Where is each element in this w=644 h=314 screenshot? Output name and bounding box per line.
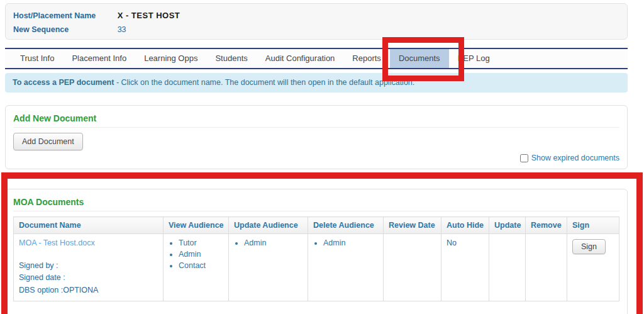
moa-documents-panel: MOA Documents Document Name View Audienc… [5, 189, 628, 314]
moa-section-title: MOA Documents [13, 197, 84, 207]
moa-section-heading: MOA Documents [13, 197, 619, 211]
new-sequence-label: New Sequence [13, 23, 115, 36]
cell-remove [526, 234, 567, 301]
tab-pep-log[interactable]: PEP Log [449, 49, 499, 68]
tab-placement-info[interactable]: Placement Info [63, 49, 135, 68]
add-section-title: Add New Document [13, 113, 96, 123]
signed-date-text: Signed date : [19, 272, 158, 284]
cell-review-date [384, 234, 441, 301]
col-header-auto-hide: Auto Hide [441, 217, 489, 234]
add-document-button[interactable]: Add Document [13, 133, 83, 150]
col-header-view-audience: View Audience [164, 217, 229, 234]
col-header-sign: Sign [567, 217, 619, 234]
update-audience-list: Admin [234, 238, 303, 247]
host-name-value: X - TEST HOST [118, 11, 180, 20]
list-item: Admin [323, 238, 378, 247]
tab-trust-info[interactable]: Trust Info [11, 49, 63, 68]
delete-audience-list: Admin [313, 238, 378, 247]
cell-delete-audience: Admin [308, 234, 384, 301]
show-expired-checkbox-row[interactable]: Show expired documents [520, 154, 619, 162]
host-summary-panel: Host/Placement Name X - TEST HOST New Se… [5, 3, 628, 40]
tab-audit-configuration[interactable]: Audit Configuration [257, 49, 344, 68]
show-expired-checkbox[interactable] [520, 154, 528, 162]
info-banner: To access a PEP document - Click on the … [5, 73, 628, 93]
tab-documents[interactable]: Documents [390, 49, 449, 68]
view-audience-list: Tutor Admin Contact [169, 238, 223, 270]
list-item: Admin [244, 238, 303, 247]
table-row: MOA - Test Host.docx Signed by : Signed … [14, 234, 619, 301]
new-sequence-row: New Sequence 33 [13, 23, 619, 36]
host-name-label: Host/Placement Name [13, 9, 115, 23]
info-banner-lead: To access a PEP document [13, 78, 114, 87]
cell-sign: Sign [567, 234, 619, 301]
page-root: Host/Placement Name X - TEST HOST New Se… [0, 0, 644, 314]
tab-students[interactable]: Students [206, 49, 256, 68]
dbs-option-text: DBS option :OPTIONA [19, 284, 158, 296]
show-expired-checkbox-label: Show expired documents [531, 154, 619, 162]
tab-bar: Trust Info Placement Info Learning Opps … [5, 48, 628, 69]
col-header-document-name: Document Name [14, 217, 164, 234]
tab-documents-label: Documents [399, 53, 440, 63]
list-item: Contact [179, 261, 223, 270]
add-new-document-panel: Add New Document Add Document Show expir… [5, 105, 628, 169]
add-section-heading: Add New Document [13, 113, 619, 128]
cell-auto-hide: No [441, 234, 489, 301]
sign-button[interactable]: Sign [572, 239, 606, 254]
tab-reports[interactable]: Reports [343, 49, 390, 68]
moa-documents-table: Document Name View Audience Update Audie… [13, 216, 619, 301]
list-item: Admin [179, 250, 223, 259]
cell-document-name: MOA - Test Host.docx Signed by : Signed … [14, 234, 164, 301]
host-name-row: Host/Placement Name X - TEST HOST [13, 9, 619, 23]
document-name-link[interactable]: MOA - Test Host.docx [19, 238, 95, 247]
table-header-row: Document Name View Audience Update Audie… [14, 217, 619, 234]
signed-by-text: Signed by : [19, 260, 158, 272]
list-item: Tutor [179, 238, 223, 247]
col-header-update-audience: Update Audience [229, 217, 308, 234]
col-header-delete-audience: Delete Audience [308, 217, 384, 234]
col-header-remove: Remove [526, 217, 567, 234]
document-details: Signed by : Signed date : DBS option :OP… [19, 260, 158, 296]
cell-update [489, 234, 526, 301]
new-sequence-value: 33 [118, 25, 126, 34]
cell-view-audience: Tutor Admin Contact [164, 234, 229, 301]
tab-learning-opps[interactable]: Learning Opps [135, 49, 206, 68]
col-header-update: Update [489, 217, 526, 234]
cell-update-audience: Admin [229, 234, 308, 301]
info-banner-text: - Click on the document name. The docume… [114, 78, 414, 87]
col-header-review-date: Review Date [384, 217, 441, 234]
